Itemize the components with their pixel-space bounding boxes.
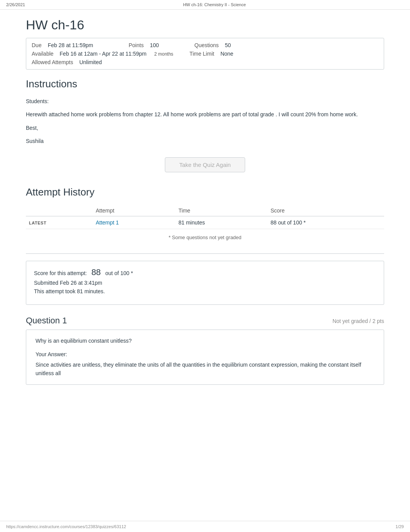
- score-summary-box: Score for this attempt: 88 out of 100 * …: [26, 261, 384, 305]
- page-title: HW ch-16: [26, 17, 384, 32]
- allowed-attempts-label: Allowed Attempts: [32, 59, 73, 65]
- col-score: Score: [268, 205, 384, 216]
- divider-1: [26, 253, 384, 254]
- top-bar-date: 2/26/2021: [6, 2, 25, 7]
- available-label: Available: [32, 51, 54, 57]
- attempt-history-title: Attempt History: [26, 186, 384, 198]
- attempt-score: 88 out of 100 *: [268, 216, 384, 229]
- due-label: Due: [32, 42, 42, 48]
- score-label: Score for this attempt:: [34, 270, 87, 276]
- attempt-history-section: Attempt History Attempt Time Score LATES…: [26, 186, 384, 246]
- allowed-attempts-value: Unlimited: [79, 59, 102, 65]
- info-block: Due Feb 28 at 11:59pm Points 100 Questio…: [26, 38, 384, 70]
- col-empty: [26, 205, 93, 216]
- attempt-1-link[interactable]: Attempt 1: [96, 219, 119, 226]
- instructions-body: Students: Herewith attached home work pr…: [26, 97, 384, 146]
- attempt-time: 81 minutes: [175, 216, 267, 229]
- instructions-closing: Best,: [26, 124, 384, 132]
- available-value: Feb 16 at 12am - Apr 22 at 11:59pm: [60, 51, 147, 57]
- points-label: Points: [129, 42, 144, 48]
- col-time: Time: [175, 205, 267, 216]
- info-row-1: Due Feb 28 at 11:59pm Points 100 Questio…: [32, 42, 378, 48]
- instructions-title: Instructions: [26, 78, 384, 90]
- attempt-table: Attempt Time Score LATEST Attempt 1 81 m…: [26, 205, 384, 229]
- question-1-status: Not yet graded / 2 pts: [332, 318, 384, 324]
- take-quiz-button[interactable]: Take the Quiz Again: [165, 157, 245, 172]
- question-1-text: Why is an equilibrium constant unitless?: [36, 337, 374, 345]
- latest-badge: LATEST: [26, 216, 93, 229]
- your-answer-label: Your Answer:: [36, 351, 374, 357]
- attempt-link-cell[interactable]: Attempt 1: [93, 216, 175, 229]
- score-line: Score for this attempt: 88 out of 100 *: [34, 267, 376, 277]
- instructions-main: Herewith attached home work problems fro…: [26, 110, 384, 119]
- question-1-box: Why is an equilibrium constant unitless?…: [26, 330, 384, 385]
- question-1-title: Question 1: [26, 316, 67, 326]
- timespan-value: 2 months: [154, 51, 173, 57]
- submitted-line: Submitted Feb 26 at 3:41pm: [34, 280, 376, 286]
- not-yet-graded-note: * Some questions not yet graded: [26, 232, 384, 246]
- question-1-header: Question 1 Not yet graded / 2 pts: [26, 316, 384, 326]
- top-bar-title: HW ch-16: Chemistry II - Science: [183, 2, 246, 7]
- info-row-2: Available Feb 16 at 12am - Apr 22 at 11:…: [32, 51, 378, 57]
- answer-text: Since activities are unitless, they elim…: [36, 360, 374, 378]
- instructions-signature: Sushila: [26, 137, 384, 145]
- instructions-section: Instructions Students: Herewith attached…: [26, 78, 384, 146]
- instructions-greeting: Students:: [26, 97, 384, 105]
- info-row-3: Allowed Attempts Unlimited: [32, 59, 378, 65]
- table-row: LATEST Attempt 1 81 minutes 88 out of 10…: [26, 216, 384, 229]
- score-out-of: out of 100 *: [105, 270, 133, 276]
- top-bar: 2/26/2021 HW ch-16: Chemistry II - Scien…: [0, 0, 410, 10]
- question-1-section: Question 1 Not yet graded / 2 pts Why is…: [26, 316, 384, 385]
- attempt-table-header: Attempt Time Score: [26, 205, 384, 216]
- main-content: HW ch-16 Due Feb 28 at 11:59pm Points 10…: [20, 10, 390, 408]
- time-took-line: This attempt took 81 minutes.: [34, 288, 376, 294]
- questions-value: 50: [225, 42, 231, 48]
- time-limit-label: Time Limit: [190, 51, 214, 57]
- time-limit-value: None: [220, 51, 233, 57]
- score-number: 88: [91, 267, 101, 277]
- due-value: Feb 28 at 11:59pm: [48, 42, 93, 48]
- take-quiz-wrap: Take the Quiz Again: [26, 157, 384, 172]
- questions-label: Questions: [195, 42, 219, 48]
- points-value: 100: [150, 42, 159, 48]
- col-attempt: Attempt: [93, 205, 175, 216]
